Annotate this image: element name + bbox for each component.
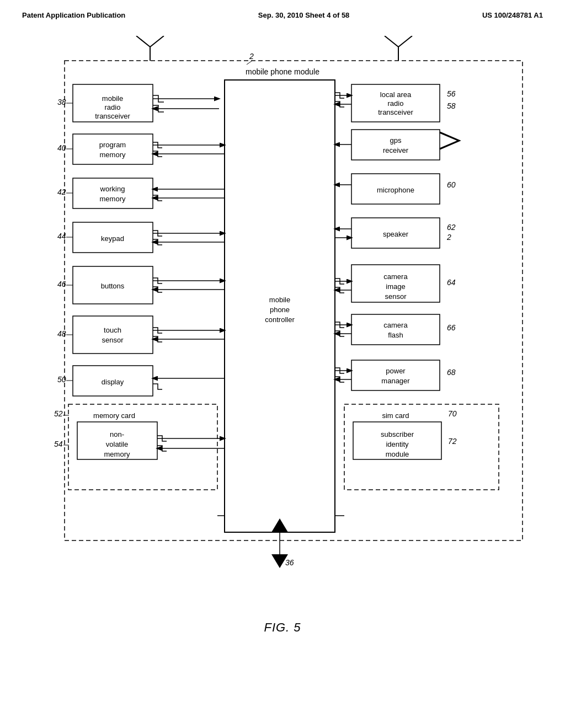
ref-50: 50	[57, 375, 66, 384]
ref-60: 60	[447, 180, 456, 189]
label-72a: subscriber	[381, 430, 414, 438]
page: Patent Application Publication Sep. 30, …	[0, 0, 565, 728]
ref-70: 70	[448, 409, 457, 418]
svg-rect-29	[73, 316, 153, 354]
label-56b: radio	[388, 99, 404, 108]
label-64b: image	[386, 282, 405, 291]
label-40a: program	[99, 141, 126, 149]
svg-line-1	[247, 61, 252, 65]
header-right: US 100/248781 A1	[482, 11, 543, 19]
label-54b: volatile	[106, 440, 128, 448]
svg-line-6	[385, 36, 398, 47]
diagram-container: text { font-family: Arial, Helvetica, sa…	[34, 36, 531, 615]
label-60: microphone	[377, 186, 414, 194]
label-54a: non-	[110, 430, 124, 438]
ref-2: 2	[249, 52, 254, 61]
svg-line-4	[150, 36, 164, 47]
label-58b: receiver	[383, 146, 409, 154]
svg-rect-0	[65, 61, 523, 540]
controller-label: mobile	[269, 296, 290, 304]
ref-72: 72	[448, 437, 457, 446]
label-56a: local area	[380, 90, 412, 99]
ref-38: 38	[57, 98, 66, 106]
label-40b: memory	[100, 151, 126, 159]
label-48a: touch	[104, 326, 121, 334]
ref-62: 62	[447, 223, 456, 232]
label-42a: working	[100, 185, 125, 193]
ref-48: 48	[57, 329, 66, 338]
svg-line-7	[398, 36, 412, 47]
module-title: mobile phone module	[246, 67, 319, 76]
ref-46: 46	[57, 280, 66, 288]
label-68a: power	[386, 367, 406, 375]
header-center: Sep. 30, 2010 Sheet 4 of 58	[258, 11, 349, 19]
svg-rect-55	[351, 314, 440, 345]
svg-rect-17	[73, 178, 153, 208]
controller-label3: controller	[265, 315, 295, 324]
label-simcard: sim card	[382, 411, 409, 420]
svg-line-3	[136, 36, 150, 47]
ref-40: 40	[57, 143, 66, 152]
label-54c: memory	[104, 450, 130, 458]
svg-rect-61	[344, 404, 499, 490]
label-44: keypad	[101, 234, 124, 243]
ref-52: 52	[54, 409, 63, 418]
label-66b: flash	[388, 331, 403, 339]
page-header: Patent Application Publication Sep. 30, …	[22, 11, 543, 19]
label-42b: memory	[100, 195, 126, 203]
ref-54: 54	[54, 440, 63, 448]
label-56c: transceiver	[378, 108, 413, 116]
ref-66: 66	[447, 323, 456, 332]
ref-68: 68	[447, 368, 456, 377]
ref-44: 44	[57, 232, 66, 240]
ref-58: 58	[447, 101, 456, 110]
svg-marker-64	[271, 518, 288, 532]
label-58a: gps	[390, 136, 402, 144]
ref-2b: 2	[446, 233, 451, 242]
label-50: display	[102, 378, 124, 386]
ref-42: 42	[57, 188, 66, 196]
figure-label: FIG. 5	[22, 620, 543, 635]
label-46: buttons	[101, 282, 125, 290]
diagram-svg: text { font-family: Arial, Helvetica, sa…	[34, 36, 531, 615]
label-72c: module	[386, 450, 409, 458]
label-38b: radio	[105, 103, 121, 111]
ref-64: 64	[447, 278, 456, 287]
label-64c: sensor	[385, 292, 407, 301]
label-memcard: memory card	[93, 411, 135, 420]
ref-56: 56	[447, 89, 456, 98]
label-38c: transceiver	[95, 112, 130, 120]
svg-rect-45	[351, 130, 440, 160]
label-48b: sensor	[102, 336, 124, 344]
label-64a: camera	[383, 272, 408, 281]
label-62: speaker	[383, 230, 409, 238]
svg-rect-36	[68, 404, 217, 490]
svg-rect-58	[351, 360, 440, 390]
svg-rect-13	[73, 134, 153, 164]
label-68b: manager	[381, 377, 410, 385]
label-72b: identity	[386, 440, 409, 448]
label-38a: mobile	[102, 94, 123, 103]
header-left: Patent Application Publication	[22, 11, 125, 19]
ref-36: 36	[285, 558, 294, 567]
controller-label2: phone	[270, 306, 290, 314]
label-66a: camera	[383, 321, 408, 329]
